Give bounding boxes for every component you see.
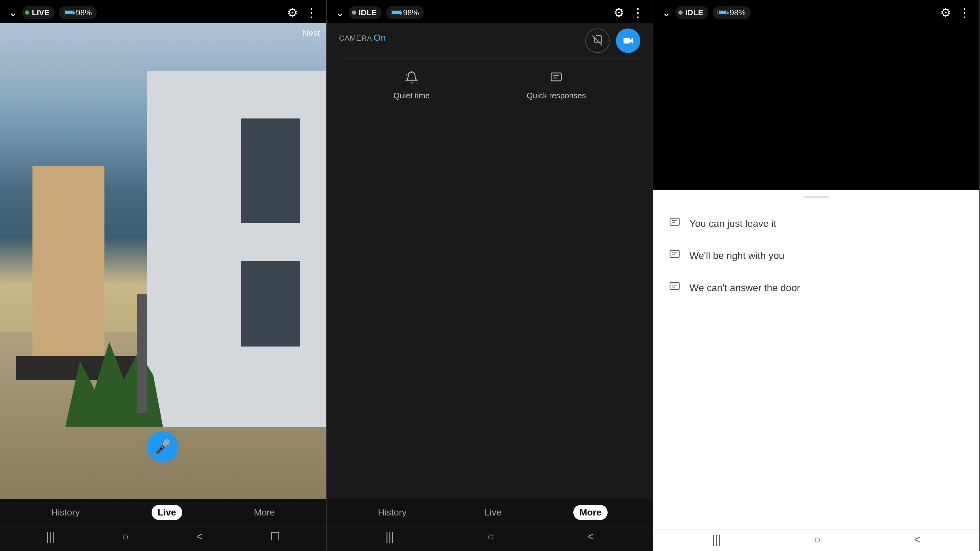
- mic-button[interactable]: 🎤: [148, 431, 178, 462]
- status-right-1: ⚙ ⋮: [287, 5, 318, 20]
- camera-off-button[interactable]: [585, 29, 610, 53]
- quiet-time-button[interactable]: Quiet time: [393, 71, 430, 100]
- chevron-down-icon-2[interactable]: ⌄: [335, 7, 345, 18]
- camera-toggle-controls: [585, 29, 640, 53]
- gear-icon-3[interactable]: ⚙: [940, 5, 951, 20]
- sys-home-icon-3[interactable]: ○: [814, 533, 821, 546]
- tab-live-2[interactable]: Live: [478, 505, 508, 520]
- live-badge: LIVE: [22, 6, 54, 19]
- svg-line-4: [406, 75, 407, 75]
- tab-live-1[interactable]: Live: [151, 505, 182, 520]
- sys-home-icon-2[interactable]: ○: [488, 530, 494, 543]
- camera-view-live: Nest 🎤: [0, 23, 326, 499]
- tab-more-1[interactable]: More: [248, 505, 281, 520]
- tab-history-1[interactable]: History: [45, 505, 86, 520]
- system-nav-3: ||| ○ <: [653, 529, 979, 551]
- idle-label: IDLE: [359, 8, 377, 17]
- status-right-3: ⚙ ⋮: [940, 5, 971, 20]
- post: [137, 294, 147, 413]
- sys-back-icon-1[interactable]: <: [196, 530, 203, 543]
- live-label: LIVE: [32, 8, 49, 17]
- response-icon-2: [668, 280, 681, 295]
- bottom-nav-2: History Live More ||| ○ <: [327, 499, 653, 551]
- panel-idle: ⌄ IDLE 98% ⚙ ⋮ CAMERA On: [327, 0, 654, 551]
- quiet-time-icon: [405, 71, 418, 87]
- sys-menu-icon-1[interactable]: |||: [46, 530, 54, 543]
- panel2-content: CAMERA On: [327, 23, 653, 551]
- response-item-2[interactable]: We can't answer the door: [653, 272, 979, 304]
- response-icon-0: [668, 216, 681, 231]
- status-bar-3: ⌄ IDLE 98% ⚙ ⋮: [653, 0, 979, 23]
- quick-responses-sheet: You can just leave it We'll be right wit…: [653, 190, 979, 551]
- svg-rect-14: [670, 283, 679, 290]
- status-left-3: ⌄ IDLE 98%: [662, 6, 750, 19]
- camera-status: On: [374, 32, 386, 43]
- response-text-0: You can just leave it: [689, 218, 776, 229]
- gear-icon-2[interactable]: ⚙: [613, 5, 624, 20]
- battery-icon-2: [391, 10, 401, 15]
- sys-menu-icon-3[interactable]: |||: [712, 533, 721, 546]
- chevron-down-icon-3[interactable]: ⌄: [662, 7, 671, 18]
- more-icon-2[interactable]: ⋮: [632, 5, 644, 20]
- more-icon-1[interactable]: ⋮: [305, 5, 318, 20]
- camera-scene: Nest: [0, 23, 326, 499]
- battery-pct-3: 98%: [730, 8, 746, 17]
- idle-dot-icon: [352, 10, 356, 15]
- chevron-down-icon[interactable]: ⌄: [9, 7, 18, 18]
- battery-pct-1: 98%: [76, 8, 92, 17]
- battery-badge-2: 98%: [386, 6, 424, 19]
- status-bar-1: ⌄ LIVE 98% ⚙ ⋮: [0, 0, 326, 23]
- bottom-nav-1: History Live More ||| ○ < ☐: [0, 499, 326, 551]
- nav-tabs-1: History Live More: [0, 505, 326, 526]
- tab-history-2[interactable]: History: [372, 505, 412, 520]
- drag-indicator: [804, 196, 829, 198]
- live-dot-icon: [25, 10, 29, 15]
- battery-pct-2: 98%: [403, 8, 419, 17]
- battery-badge-3: 98%: [713, 6, 751, 19]
- svg-rect-1: [624, 38, 630, 43]
- building-window-2: [241, 261, 300, 347]
- idle-badge: IDLE: [349, 6, 382, 19]
- quick-responses-label: Quick responses: [527, 91, 586, 100]
- response-item-1[interactable]: We'll be right with you: [653, 240, 979, 272]
- response-item-0[interactable]: You can just leave it: [653, 208, 979, 240]
- building-window-1: [241, 119, 300, 223]
- sys-recents-icon-1[interactable]: ☐: [270, 530, 280, 543]
- battery-icon-1: [64, 10, 73, 15]
- svg-rect-8: [670, 218, 679, 225]
- svg-marker-2: [630, 38, 633, 43]
- system-nav-1: ||| ○ < ☐: [0, 526, 326, 548]
- more-icon-3[interactable]: ⋮: [959, 5, 971, 20]
- response-text-2: We can't answer the door: [689, 282, 800, 294]
- spacer-2: [327, 110, 653, 499]
- camera-on-button[interactable]: [616, 29, 640, 53]
- panel-responses: ⌄ IDLE 98% ⚙ ⋮: [653, 0, 980, 551]
- quick-responses-button[interactable]: Quick responses: [527, 71, 586, 100]
- sys-back-icon-2[interactable]: <: [587, 530, 594, 543]
- tab-more-2[interactable]: More: [573, 505, 608, 520]
- nav-tabs-2: History Live More: [327, 505, 653, 526]
- response-icon-1: [668, 248, 681, 263]
- status-left-2: ⌄ IDLE 98%: [335, 6, 424, 19]
- response-list: You can just leave it We'll be right wit…: [653, 202, 979, 310]
- camera-section-label: CAMERA: [339, 34, 372, 42]
- svg-rect-5: [551, 73, 562, 81]
- gear-icon-1[interactable]: ⚙: [287, 5, 298, 20]
- idle-dot-icon-3: [678, 10, 682, 15]
- system-nav-2: ||| ○ <: [327, 526, 653, 548]
- svg-rect-11: [670, 250, 679, 257]
- sys-menu-icon-2[interactable]: |||: [385, 530, 394, 543]
- idle-badge-3: IDLE: [675, 6, 708, 19]
- camera-brand-label: Nest: [302, 28, 320, 38]
- quick-responses-icon: [549, 71, 563, 87]
- status-right-2: ⚙ ⋮: [613, 5, 644, 20]
- building-left: [32, 166, 104, 380]
- sys-home-icon-1[interactable]: ○: [122, 530, 129, 543]
- panel3-bottom-nav: ||| ○ <: [653, 529, 979, 551]
- sys-back-icon-3[interactable]: <: [914, 533, 921, 546]
- response-text-1: We'll be right with you: [689, 250, 784, 261]
- camera-section: CAMERA On: [327, 23, 653, 58]
- idle-label-3: IDLE: [685, 8, 703, 17]
- status-left-1: ⌄ LIVE 98%: [9, 6, 97, 19]
- quiet-time-label: Quiet time: [393, 91, 430, 100]
